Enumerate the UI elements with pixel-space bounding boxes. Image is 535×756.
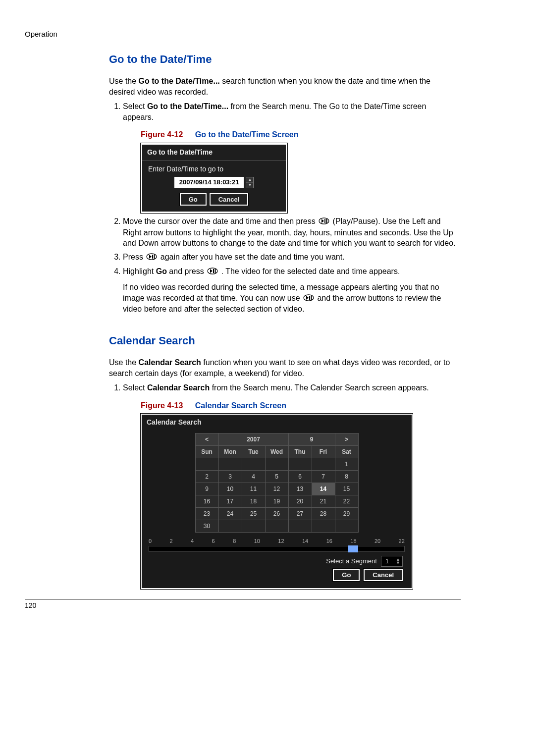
calendar-cell: [288, 520, 312, 533]
calendar-cell[interactable]: 9: [195, 483, 218, 495]
segment-row: Select a Segment 1 ▲▼: [151, 556, 403, 567]
go-button[interactable]: Go: [180, 193, 207, 206]
calendar-go-button[interactable]: Go: [333, 569, 360, 582]
calendar-cell: [312, 458, 335, 471]
calendar-row: 23242526272829: [195, 508, 358, 520]
calendar-cell[interactable]: 7: [312, 471, 335, 483]
datetime-value: 2007/09/14 18:03:21: [174, 177, 244, 188]
calendar-row: 1: [195, 458, 358, 471]
svg-rect-4: [152, 255, 153, 259]
prev-month-button[interactable]: <: [195, 433, 218, 446]
calendar-cancel-button[interactable]: Cancel: [364, 569, 403, 582]
calendar-cell: [242, 458, 265, 471]
spin-up-icon[interactable]: ▲: [246, 177, 253, 183]
calendar-row: 2345678: [195, 471, 358, 483]
calendar-cell[interactable]: 6: [288, 471, 312, 483]
calendar-month[interactable]: 9: [288, 433, 335, 446]
timeline-ticks: 0 2 4 6 8 10 12 14 16 18 20 22: [149, 538, 405, 545]
calendar-cell[interactable]: 12: [265, 483, 288, 495]
spin-down-icon[interactable]: ▼: [246, 183, 253, 188]
svg-rect-1: [324, 219, 325, 223]
section1-step4-note: If no video was recorded during the sele…: [123, 282, 456, 315]
figure-4-12-caption: Figure 4-12 Go to the Date/Time Screen: [141, 129, 456, 140]
calendar-cell: [218, 458, 242, 471]
calendar-cell: [335, 520, 358, 533]
calendar-cell: [265, 520, 288, 533]
calendar-row: 16171819202122: [195, 495, 358, 508]
timeline-marker[interactable]: [348, 545, 358, 552]
calendar-cell: [288, 458, 312, 471]
datetime-field[interactable]: 2007/09/14 18:03:21 ▲ ▼: [148, 177, 280, 188]
calendar-cell[interactable]: 25: [242, 508, 265, 520]
calendar-year[interactable]: 2007: [218, 433, 288, 446]
play-pause-icon: [303, 293, 314, 304]
content: Go to the Date/Time Use the Go to the Da…: [109, 53, 456, 589]
calendar-cell[interactable]: 28: [312, 508, 335, 520]
calendar-day-headers: Sun Mon Tue Wed Thu Fri Sat: [195, 446, 358, 458]
calendar-grid: < 2007 9 > Sun Mon Tue Wed Thu Fri Sat: [195, 433, 359, 533]
calendar-cell[interactable]: 1: [335, 458, 358, 471]
calendar-cell[interactable]: 2: [195, 471, 218, 483]
calendar-cell[interactable]: 22: [335, 495, 358, 508]
calendar-cell: [242, 520, 265, 533]
calendar-search-dialog: Calendar Search < 2007 9 > Sun Mon Tue W…: [141, 414, 413, 589]
goto-datetime-dialog: Go to the Date/Time Enter Date/Time to g…: [141, 143, 287, 213]
timeline[interactable]: 0 2 4 6 8 10 12 14 16 18 20 22: [149, 538, 405, 552]
section1-intro: Use the Go to the Date/Time... search fu…: [109, 76, 456, 97]
section1-step2: Move the cursor over the date and time a…: [123, 216, 456, 249]
figure-4-13-caption: Figure 4-13 Calendar Search Screen: [141, 400, 456, 411]
page-header: Operation: [25, 30, 461, 38]
next-month-button[interactable]: >: [335, 433, 358, 446]
section2-step1: Select Calendar Search from the Search m…: [123, 382, 456, 589]
section1-step4: Highlight Go and press . The video for t…: [123, 266, 456, 315]
calendar-row: 30: [195, 520, 358, 533]
calendar-cell: [218, 520, 242, 533]
calendar-row: 9101112131415: [195, 483, 358, 495]
calendar-cell: [265, 458, 288, 471]
play-pause-icon: [146, 252, 157, 263]
calendar-cell[interactable]: 26: [265, 508, 288, 520]
calendar-cell[interactable]: 5: [265, 471, 288, 483]
calendar-cell[interactable]: 17: [218, 495, 242, 508]
calendar-cell[interactable]: 23: [195, 508, 218, 520]
svg-rect-2: [326, 219, 327, 223]
dialog-label: Enter Date/Time to go to: [148, 164, 280, 174]
timeline-bar[interactable]: [149, 546, 405, 552]
calendar-cell: [195, 458, 218, 471]
calendar-cell[interactable]: 13: [288, 483, 312, 495]
calendar-cell[interactable]: 15: [335, 483, 358, 495]
cancel-button[interactable]: Cancel: [210, 193, 249, 206]
dialog-title: Go to the Date/Time: [142, 145, 286, 161]
segment-value: 1: [385, 557, 389, 566]
calendar-cell[interactable]: 11: [242, 483, 265, 495]
section1-title: Go to the Date/Time: [109, 53, 456, 66]
section1-steps: Select Go to the Date/Time... from the S…: [109, 101, 456, 315]
calendar-cell[interactable]: 10: [218, 483, 242, 495]
svg-rect-10: [309, 296, 310, 300]
play-pause-icon: [207, 267, 218, 277]
calendar-cell[interactable]: 20: [288, 495, 312, 508]
calendar-cell[interactable]: 19: [265, 495, 288, 508]
calendar-cell[interactable]: 24: [218, 508, 242, 520]
section2-title: Calendar Search: [109, 334, 456, 347]
svg-rect-11: [311, 296, 312, 300]
calendar-cell[interactable]: 16: [195, 495, 218, 508]
calendar-cell[interactable]: 30: [195, 520, 218, 533]
calendar-cell[interactable]: 8: [335, 471, 358, 483]
calendar-cell[interactable]: 21: [312, 495, 335, 508]
calendar-cell[interactable]: 4: [242, 471, 265, 483]
calendar-cell[interactable]: 27: [288, 508, 312, 520]
spinner[interactable]: ▲ ▼: [246, 177, 254, 188]
calendar-cell[interactable]: 18: [242, 495, 265, 508]
calendar-cell[interactable]: 3: [218, 471, 242, 483]
section1-step3: Press again after you have set the date …: [123, 252, 456, 263]
play-pause-icon: [319, 216, 329, 227]
section2-steps: Select Calendar Search from the Search m…: [109, 382, 456, 589]
dropdown-icon: ▲▼: [396, 558, 400, 565]
segment-select[interactable]: 1 ▲▼: [381, 556, 403, 567]
segment-label: Select a Segment: [326, 557, 377, 566]
calendar-cell[interactable]: 14: [312, 483, 335, 495]
calendar-cell: [312, 520, 335, 533]
calendar-cell[interactable]: 29: [335, 508, 358, 520]
calendar-title: Calendar Search: [142, 415, 412, 430]
